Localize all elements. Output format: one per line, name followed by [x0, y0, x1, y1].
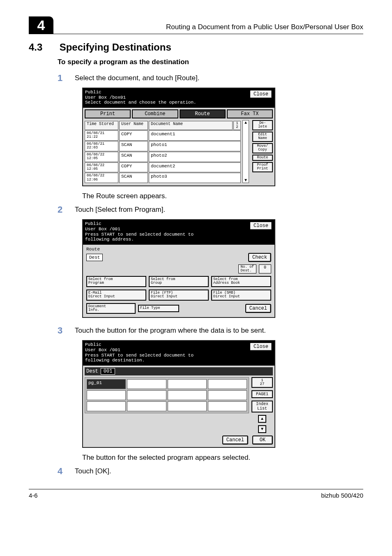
no-of-dest-label: No. of Dest.: [238, 264, 256, 273]
step-4-text: Touch [OK].: [75, 466, 111, 475]
panel-route-list: Public User Box /box01 Select document a…: [82, 88, 275, 186]
dest-label: Dest: [86, 368, 98, 374]
table-row[interactable]: 06/08/21 21:22 COPY document1: [85, 130, 241, 141]
body-text-1: The Route screen appears.: [82, 192, 363, 200]
scroll-up-icon[interactable]: ▲: [258, 415, 266, 423]
cell-user: SCAN: [119, 173, 148, 183]
footer-page-number: 4-6: [29, 492, 38, 499]
table-row[interactable]: 06/08/21 22:03 SCAN photo1: [85, 141, 241, 151]
tab-route[interactable]: Route: [180, 109, 226, 118]
panel1-box-line1: Public: [85, 90, 196, 95]
body-text-2: The button for the selected program appe…: [82, 454, 363, 462]
scroll-up-icon[interactable]: ▲: [244, 120, 247, 125]
select-from-program-button[interactable]: Select from Program: [86, 276, 146, 287]
section-title: Specifying Destinations: [60, 42, 171, 53]
scroll-down-icon[interactable]: ▼: [258, 425, 266, 433]
program-slot[interactable]: [168, 401, 207, 411]
file-smb-direct-input-button[interactable]: File (SMB) Direct Input: [211, 290, 271, 301]
close-button[interactable]: Close: [249, 90, 272, 99]
panel3-instruction: Press START to send selected document to…: [85, 353, 194, 363]
step-1-text: Select the document, and touch [Route].: [75, 73, 199, 82]
footer-model: bizhub 500/420: [321, 492, 363, 499]
tab-combine[interactable]: Combine: [132, 109, 178, 118]
cell-doc: photo3: [149, 173, 241, 183]
cell-user: COPY: [119, 130, 148, 141]
step-2: 2 Touch [Select from Program].: [58, 204, 363, 215]
step-3-number: 3: [58, 325, 65, 336]
program-slot[interactable]: [208, 390, 247, 400]
close-button[interactable]: Close: [249, 342, 272, 351]
header-bar: 4 Routing a Document from a Public User …: [29, 16, 363, 34]
section-subtitle: To specify a program as the destination: [58, 58, 363, 66]
page1-button[interactable]: PAGE1: [251, 390, 273, 398]
panel2-box-line1: Public: [85, 221, 194, 227]
step-1-number: 1: [58, 73, 65, 83]
page-footer: 4-6 bizhub 500/420: [29, 489, 363, 499]
route-button[interactable]: Route: [252, 155, 273, 161]
panel3-box-line2: User Box /001: [85, 348, 194, 353]
document-rows: 06/08/21 21:22 COPY document1 06/08/21 2…: [85, 130, 241, 183]
panel3-side: 1 27 PAGE1 Index List ▲ ▼: [251, 375, 273, 433]
step-3-text: Touch the button for the program where t…: [75, 325, 266, 335]
tab-fax-tx[interactable]: Fax TX: [227, 109, 273, 118]
no-of-dest-value: 0: [259, 264, 271, 273]
file-ftp-direct-input-button[interactable]: File (FTP) Direct Input: [149, 290, 209, 301]
cell-user: SCAN: [119, 152, 148, 162]
email-direct-input-button[interactable]: E-Mail Direct Input: [86, 290, 146, 301]
scrollbar[interactable]: ▲ ▼: [242, 120, 249, 183]
tab-print[interactable]: Print: [85, 109, 131, 118]
select-from-address-book-button[interactable]: Select from Address Book: [211, 276, 271, 287]
file-type-button[interactable]: File Type: [138, 305, 179, 312]
panel2-dest-row: Dest Check: [86, 253, 271, 262]
chapter-number: 4: [37, 17, 45, 33]
panel3-header: Public User Box /001 Press START to send…: [83, 341, 274, 366]
program-slot[interactable]: [127, 379, 166, 389]
dest-label: Dest: [86, 254, 103, 261]
step-4: 4 Touch [OK].: [58, 466, 363, 477]
table-row[interactable]: 06/08/22 12:05 COPY document2: [85, 162, 241, 173]
program-slot[interactable]: [168, 379, 207, 389]
program-slot[interactable]: [127, 390, 166, 400]
cell-time: 06/08/22 12:05: [85, 162, 118, 173]
scroll-down-icon[interactable]: ▼: [244, 178, 247, 183]
proof-print-button[interactable]: Proof Print: [252, 162, 273, 172]
col-user: User Name: [119, 121, 148, 130]
panel1-header: Public User Box /box01 Select document a…: [83, 88, 274, 108]
panel2-box-line2: User Box /001: [85, 227, 194, 232]
panel3-dest-bar: Dest 001: [85, 367, 273, 375]
cancel-button[interactable]: Cancel: [245, 304, 271, 313]
edit-name-button[interactable]: Edit Name: [252, 132, 273, 142]
table-row[interactable]: 06/08/22 12:05 SCAN photo2: [85, 152, 241, 162]
col-time[interactable]: Time Stored: [85, 121, 118, 130]
program-slot[interactable]: [87, 401, 126, 411]
panel1-columns: Time Stored User Name Document Name 1 2: [85, 121, 241, 130]
step-2-number: 2: [58, 204, 65, 215]
index-list-button[interactable]: Index List: [251, 401, 273, 412]
program-slot[interactable]: [87, 390, 126, 400]
cell-user: SCAN: [119, 141, 148, 151]
panel3-box-line1: Public: [85, 342, 194, 348]
cell-time: 06/08/21 21:22: [85, 130, 118, 141]
panel1-tabs: Print Combine Route Fax TX: [85, 109, 273, 118]
program-slot[interactable]: [208, 379, 247, 389]
close-button[interactable]: Close: [249, 221, 272, 230]
select-from-group-button[interactable]: Select from Group: [149, 276, 209, 287]
program-slot-1[interactable]: pg_01: [87, 379, 126, 389]
cell-doc: photo1: [149, 141, 241, 151]
ok-button[interactable]: OK: [252, 436, 273, 445]
program-slot[interactable]: [168, 390, 207, 400]
document-info-button[interactable]: Document Info.: [86, 303, 136, 314]
program-slot[interactable]: [208, 401, 247, 411]
move-copy-button[interactable]: Move/ Copy: [252, 143, 273, 153]
panel1-side-buttons: De- lete Edit Name Move/ Copy Route Proo…: [252, 120, 273, 183]
cell-doc: document1: [149, 130, 241, 141]
program-slot[interactable]: [127, 401, 166, 411]
panel-route-dest: Public User Box /001 Press START to send…: [82, 219, 275, 318]
table-row[interactable]: 06/08/22 12:06 SCAN photo3: [85, 173, 241, 183]
panel1-box-line2: User Box /box01: [85, 95, 196, 100]
check-button[interactable]: Check: [248, 253, 271, 262]
chapter-number-tab: 4: [29, 16, 53, 34]
delete-button[interactable]: De- lete: [252, 120, 273, 130]
col-page-counter: 1 2: [233, 121, 241, 130]
cancel-button[interactable]: Cancel: [222, 436, 248, 445]
